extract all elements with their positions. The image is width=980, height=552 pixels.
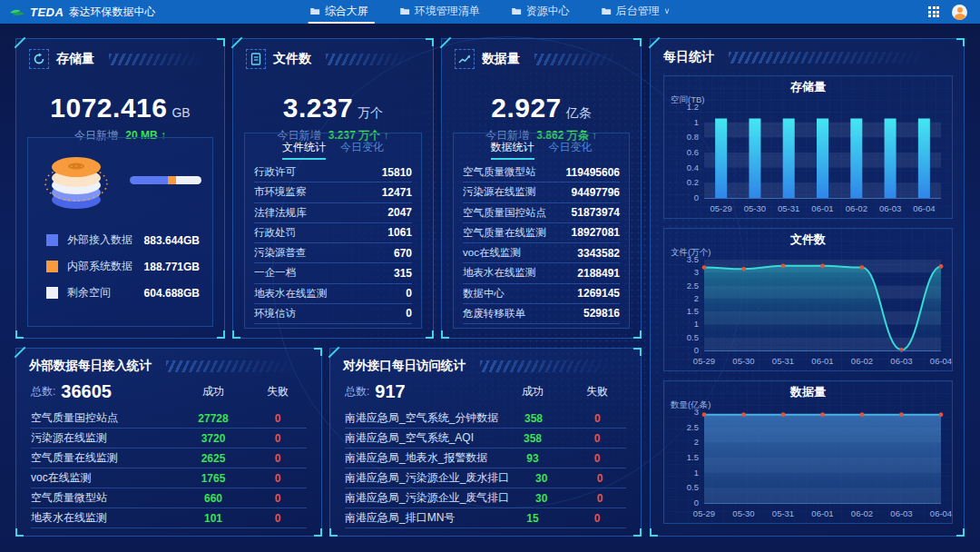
apps-grid-icon[interactable] (928, 6, 939, 17)
usage-bar-external-segment (130, 176, 168, 184)
storage-card-title: 存储量 (56, 51, 94, 67)
svg-text:05-29: 05-29 (693, 356, 715, 366)
svg-text:2.5: 2.5 (687, 281, 699, 291)
row-label: 空气质量在线监测 (31, 450, 178, 466)
row-label: 环境信访 (254, 307, 406, 320)
app-logo: TEDA 泰达环保数据中心 (9, 5, 155, 20)
nav-tab-label: 资源中心 (526, 4, 570, 19)
daily-card-title: 每日统计 (663, 49, 714, 65)
storage-legend: 外部接入数据 883.644GB 内部系统数据 188.771GB 剩余空间 6… (46, 227, 200, 306)
row-label: 污染源在线监测 (463, 185, 572, 199)
table-row: 行政许可 15810 (254, 163, 412, 182)
title-hatch-decoration (166, 360, 309, 372)
legend-swatch (46, 261, 58, 272)
data-daily-area-chart: 00.511.522.5305-2905-3005-3106-0106-0206… (663, 380, 953, 524)
fail-count: 0 (573, 472, 626, 485)
svg-text:0: 0 (694, 192, 699, 202)
tab-today-change[interactable]: 今日变化 (340, 140, 384, 160)
nav-tab[interactable]: 环境管理清单 (398, 0, 486, 24)
table-row: 数据中心 1269145 (463, 284, 620, 304)
success-count: 27728 (178, 412, 249, 425)
svg-text:1: 1 (694, 468, 699, 478)
success-column-header: 成功 (497, 384, 568, 399)
daily-card-header: 每日统计 (651, 39, 964, 65)
title-hatch-decoration (326, 54, 420, 65)
top-navigation-bar: TEDA 泰达环保数据中心 综合大屏 环境管理清单 (0, 0, 980, 24)
svg-text:0.8: 0.8 (687, 132, 699, 142)
fail-count: 0 (249, 432, 307, 445)
storage-card-header: 存储量 (16, 39, 224, 69)
svg-text:05-30: 05-30 (744, 203, 766, 213)
svg-text:06-03: 06-03 (879, 203, 901, 213)
row-label: 空气质量国控站点 (463, 206, 572, 220)
row-value: 18927081 (572, 226, 620, 239)
folder-icon (602, 7, 612, 15)
table-row: 污染源普查 670 (254, 243, 412, 263)
tab-data-stats[interactable]: 数据统计 (491, 140, 534, 160)
row-label: 南港应急局_污染源企业_废水排口 (345, 470, 509, 486)
svg-text:05-29: 05-29 (693, 508, 715, 518)
table-row: 行政处罚 1061 (254, 223, 412, 243)
storage-unit: GB (172, 105, 190, 120)
row-label: 市环境监察 (254, 185, 382, 199)
nav-tab[interactable]: 后台管理 ∨ (600, 0, 672, 24)
legend-item-external: 外部接入数据 883.644GB (46, 227, 200, 253)
success-count: 30 (509, 492, 573, 505)
data-value: 2.927 (491, 93, 562, 123)
nav-tab[interactable]: 资源中心 (510, 0, 576, 24)
topbar-right-tools (928, 5, 967, 20)
fail-count: 0 (569, 412, 626, 425)
row-label: 南港应急局_排口MN号 (345, 510, 497, 526)
total-value: 917 (375, 381, 497, 402)
row-label: 行政许可 (254, 165, 382, 179)
row-value: 529816 (583, 307, 620, 320)
nav-tab[interactable]: 综合大屏 (309, 0, 375, 24)
fail-column-header: 失败 (568, 384, 626, 399)
row-label: 空气质量国控站点 (31, 410, 178, 426)
svg-text:06-01: 06-01 (811, 508, 833, 518)
main-nav: 综合大屏 环境管理清单 资源中心 (309, 0, 672, 24)
svg-text:存储量: 存储量 (789, 80, 826, 94)
table-row: 污染源在线监测 94497796 (463, 182, 620, 202)
success-count: 30 (509, 472, 573, 485)
svg-text:05-30: 05-30 (732, 508, 754, 518)
external-card-title: 外部数据每日接入统计 (29, 358, 152, 374)
table-row: 法律法规库 2047 (254, 203, 412, 223)
row-label: 地表水在线监测 (31, 510, 178, 526)
interface-table-header: 总数: 917 成功 失败 (330, 378, 641, 405)
legend-item-free: 剩余空间 604.688GB (46, 280, 200, 306)
svg-text:数量(亿条): 数量(亿条) (671, 399, 710, 409)
table-row: 南港应急局_排口MN号 15 0 (345, 508, 626, 528)
files-daily-line-chart: 00.511.522.533.505-2905-3005-3106-0106-0… (663, 228, 953, 371)
row-value: 0 (406, 287, 412, 300)
tab-today-change[interactable]: 今日变化 (549, 140, 593, 160)
user-avatar[interactable] (952, 5, 967, 20)
success-count: 101 (178, 512, 249, 525)
usage-bar-internal-segment (168, 176, 176, 184)
svg-text:0: 0 (694, 345, 699, 355)
folder-icon (400, 7, 410, 15)
legend-value: 604.688GB (144, 287, 200, 300)
table-row: 南港应急局_地表水_报警数据 93 0 (345, 448, 626, 468)
chevron-down-icon: ∨ (664, 6, 671, 15)
table-row: 污染源在线监测 3720 0 (31, 429, 307, 448)
success-count: 15 (497, 512, 568, 525)
success-count: 358 (497, 432, 568, 445)
storage-value: 1072.416 (50, 93, 167, 123)
fail-count: 0 (249, 512, 307, 525)
svg-text:06-04: 06-04 (930, 508, 952, 518)
svg-text:2.5: 2.5 (687, 422, 699, 432)
table-row: 南港应急局_空气系统_AQI 358 0 (345, 429, 626, 448)
data-card-title: 数据量 (482, 51, 520, 67)
row-value: 3343582 (577, 247, 620, 260)
row-label: 南港应急局_污染源企业_废气排口 (345, 490, 509, 506)
svg-text:0.4: 0.4 (687, 163, 699, 172)
svg-text:1: 1 (694, 319, 699, 329)
svg-text:文件(万个): 文件(万个) (671, 247, 710, 257)
tab-file-stats[interactable]: 文件统计 (282, 140, 326, 160)
table-row: 地表水在线监测 101 0 (31, 508, 307, 528)
row-label: voc在线监测 (31, 470, 178, 486)
legend-value: 188.771GB (144, 261, 200, 273)
fail-count: 0 (568, 512, 626, 525)
row-label: 行政处罚 (254, 226, 387, 240)
